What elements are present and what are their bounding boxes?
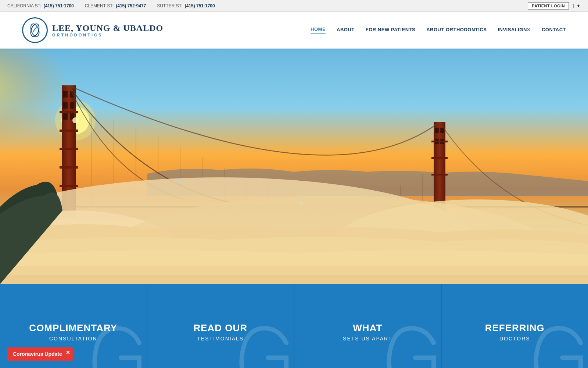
card-subtitle-1: TESTIMONIALS [197, 336, 244, 342]
patient-login-button[interactable]: PATIENT LOGIN [528, 2, 569, 10]
nav-link-about-orthodontics[interactable]: ABOUT ORTHODONTICS [426, 27, 487, 34]
card-subtitle-0: CONSULTATION [49, 336, 97, 342]
card-title-3: REFERRING [485, 322, 545, 334]
logo-main: LEE, YOUNG & UBALDO [52, 23, 163, 33]
nav-link-about[interactable]: ABOUT [337, 27, 355, 34]
svg-rect-11 [63, 113, 68, 120]
social-icon-2[interactable]: ✦ [576, 3, 581, 9]
svg-rect-24 [431, 157, 448, 159]
california-phone: CALIFORNIA ST: (415) 751-1700 [7, 3, 74, 8]
nav-link-for-new-patients[interactable]: FOR NEW PATIENTS [366, 27, 415, 34]
logo-text: LEE, YOUNG & UBALDO ORTHODONTICS [52, 23, 163, 37]
nav-links: HOMEABOUTFOR NEW PATIENTSABOUT ORTHODONT… [311, 26, 566, 34]
social-icons: f ✦ [573, 3, 581, 9]
svg-rect-14 [60, 130, 78, 132]
sutter-phone: SUTTER ST: (415) 751-1700 [157, 3, 215, 8]
card-title-2: WHAT [353, 322, 382, 334]
notification-text: Coronavirus Update [13, 351, 62, 357]
svg-rect-25 [431, 174, 448, 176]
logo-area: LEE, YOUNG & UBALDO ORTHODONTICS [22, 17, 163, 43]
facebook-icon[interactable]: f [573, 3, 574, 9]
close-notification-button[interactable]: ✕ [66, 350, 70, 355]
phone-numbers: CALIFORNIA ST: (415) 751-1700 CLEMENT ST… [7, 3, 215, 8]
clement-phone: CLEMENT ST: (415) 752-9477 [85, 3, 146, 8]
card-1[interactable]: READ OURTESTIMONIALS [147, 284, 295, 368]
svg-rect-19 [435, 128, 439, 133]
card-subtitle-2: SETS US APART [343, 336, 392, 342]
card-title-1: READ OUR [193, 322, 247, 334]
bottom-section: COMPLIMENTARYCONSULTATION READ OURTESTIM… [0, 284, 588, 368]
svg-point-48 [72, 117, 78, 123]
logo-sub: ORTHODONTICS [52, 33, 163, 37]
svg-point-49 [178, 179, 182, 183]
nav-link-home[interactable]: HOME [311, 26, 326, 34]
svg-rect-20 [440, 128, 444, 133]
top-bar: CALIFORNIA ST: (415) 751-1700 CLEMENT ST… [0, 0, 588, 12]
svg-rect-23 [431, 141, 448, 142]
svg-rect-17 [60, 185, 78, 187]
svg-rect-10 [70, 102, 74, 109]
svg-point-50 [300, 202, 303, 205]
svg-rect-16 [60, 166, 78, 169]
card-title-0: COMPLIMENTARY [29, 322, 117, 334]
cards-container: COMPLIMENTARYCONSULTATION READ OURTESTIM… [0, 284, 588, 368]
svg-rect-9 [63, 102, 68, 109]
card-2[interactable]: WHATSETS US APART [294, 284, 442, 368]
svg-rect-7 [63, 91, 68, 98]
coronavirus-notification[interactable]: Coronavirus Update ✕ [7, 347, 73, 361]
nav-link-contact[interactable]: CONTACT [542, 27, 566, 34]
nav-link-invisalign®[interactable]: INVISALIGN® [498, 27, 530, 34]
navbar: LEE, YOUNG & UBALDO ORTHODONTICS HOMEABO… [0, 12, 588, 49]
logo-icon [22, 17, 48, 43]
svg-point-1 [29, 23, 40, 38]
svg-rect-47 [0, 275, 588, 284]
hero-section [0, 49, 588, 284]
svg-rect-15 [60, 148, 78, 150]
top-bar-right: PATIENT LOGIN f ✦ [528, 2, 581, 10]
card-3[interactable]: REFERRINGDOCTORS [442, 284, 588, 368]
card-subtitle-3: DOCTORS [499, 336, 530, 342]
hero-background [0, 49, 588, 284]
svg-rect-13 [60, 111, 78, 113]
